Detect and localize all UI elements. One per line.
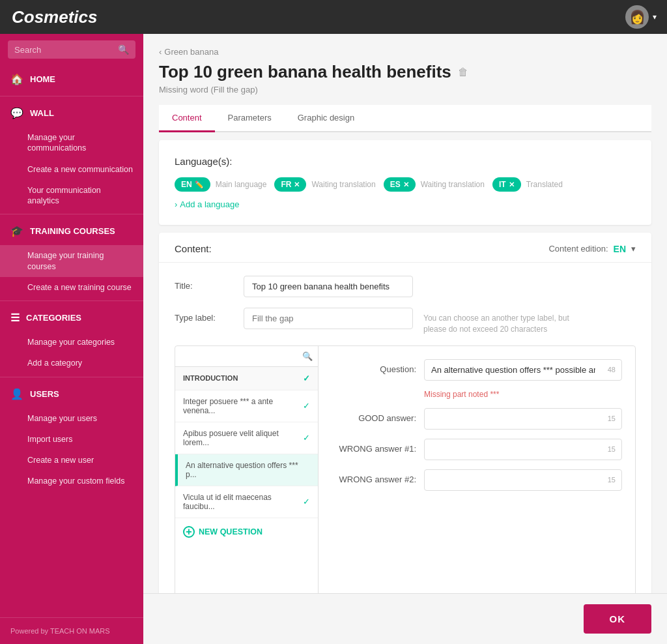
search-icon: 🔍 [118, 44, 129, 55]
question-input-wrap: 48 [424, 359, 622, 381]
delete-icon[interactable]: 🗑 [458, 66, 468, 78]
language-group-fr: FR ✕ Waiting translation [274, 177, 375, 192]
content-area: ‹ Green banana Top 10 green banana healt… [143, 34, 667, 593]
type-label-hint: You can choose an another type label, bu… [423, 308, 580, 335]
sidebar-section-categories: ☰ CATEGORIES Manage your categories Add … [0, 304, 143, 374]
language-badge-it[interactable]: IT ✕ [492, 177, 521, 192]
sidebar-item-categories[interactable]: ☰ CATEGORIES [0, 304, 143, 332]
sidebar-item-manage-comms[interactable]: Manage your communications [0, 127, 143, 159]
wrong-answer-1-count: 15 [608, 445, 616, 453]
new-question-button[interactable]: + NEW QUESTION [175, 518, 318, 546]
search-input[interactable] [14, 45, 118, 55]
question-search-input[interactable] [180, 351, 302, 360]
users-icon: 👤 [10, 388, 23, 400]
page-subtitle: Missing word (Fill the gap) [159, 85, 651, 95]
sidebar-item-comm-analytics[interactable]: Your communication analytics [0, 180, 143, 212]
lang-status-it: Translated [526, 180, 563, 189]
sidebar-item-import-users[interactable]: Import users [0, 429, 143, 450]
list-item-q3[interactable]: An alternative question offers *** p... [175, 454, 318, 486]
sidebar-item-manage-users[interactable]: Manage your users [0, 408, 143, 429]
type-label-form-row: Type label: You can choose an another ty… [175, 308, 636, 335]
sidebar-item-create-user[interactable]: Create a new user [0, 450, 143, 471]
good-answer-input-wrap: 15 [424, 408, 622, 430]
sidebar-item-create-comm[interactable]: Create a new communication [0, 159, 143, 180]
good-answer-input[interactable] [424, 408, 622, 430]
type-label-input[interactable] [244, 308, 413, 329]
sidebar-item-training[interactable]: 🎓 TRAINING COURSES [0, 217, 143, 245]
main-content: 👩 ▾ ‹ Green banana Top 10 green banana h… [143, 0, 667, 644]
title-form-row: Title: [175, 276, 636, 297]
lang-status-en: Main language [216, 180, 267, 189]
question-hint: Missing part noted *** [424, 390, 499, 399]
categories-icon: ☰ [10, 312, 20, 324]
sidebar-item-add-category[interactable]: Add a category [0, 353, 143, 373]
sidebar-wall-label: WALL [30, 108, 54, 118]
topbar-chevron-icon[interactable]: ▾ [653, 12, 657, 22]
new-question-label: NEW QUESTION [199, 527, 263, 536]
question-detail: Question: 48 Missing part noted *** [319, 346, 635, 593]
close-lang-it-icon[interactable]: ✕ [509, 181, 515, 189]
content-body: Title: Type label: You can choose an ano… [159, 263, 651, 593]
content-section-card: Content: Content edition: EN ▾ Title: Ty… [159, 233, 651, 593]
close-lang-es-icon[interactable]: ✕ [403, 181, 409, 189]
bottom-bar: OK [143, 593, 667, 644]
wrong-answer-1-input[interactable] [424, 439, 622, 460]
lang-status-fr: Waiting translation [311, 180, 375, 189]
wall-icon: 💬 [10, 107, 23, 119]
type-label-label: Type label: [175, 308, 233, 323]
wrong-answer-2-input[interactable] [424, 469, 622, 491]
sidebar-item-manage-categories[interactable]: Manage your categories [0, 332, 143, 353]
wrong-answer-2-label: WRONG answer #2: [332, 469, 416, 484]
breadcrumb-arrow-icon: ‹ [159, 47, 162, 57]
sidebar-footer: Powered by TEACH ON MARS [0, 617, 143, 644]
language-badge-fr[interactable]: FR ✕ [274, 177, 306, 192]
sidebar: Cosmetics 🔍 🏠 HOME 💬 WALL Manage your co… [0, 0, 143, 644]
check-q2-icon: ✓ [303, 433, 310, 443]
breadcrumb: ‹ Green banana [159, 47, 651, 57]
wrong-answer-1-label: WRONG answer #1: [332, 439, 416, 454]
page-title-row: Top 10 green banana health benefits 🗑 [159, 62, 651, 82]
sidebar-item-create-training[interactable]: Create a new training course [0, 277, 143, 298]
tabs: Content Parameters Graphic design [159, 105, 651, 132]
list-item-introduction[interactable]: INTRODUCTION ✓ [175, 367, 318, 390]
sidebar-training-label: TRAINING COURSES [30, 226, 115, 236]
question-input[interactable] [424, 359, 622, 381]
language-badge-en[interactable]: EN ✏️ [175, 177, 210, 192]
wrong-answer-2-count: 15 [608, 476, 616, 484]
sidebar-item-custom-fields[interactable]: Manage your custom fields [0, 471, 143, 491]
add-language-button[interactable]: › Add a language [175, 199, 636, 209]
sidebar-home-label: HOME [30, 74, 55, 84]
breadcrumb-parent[interactable]: Green banana [164, 47, 218, 57]
sidebar-users-label: USERS [30, 389, 59, 399]
language-badges-container: EN ✏️ Main language FR ✕ Waiting transla… [175, 177, 636, 192]
sidebar-item-users[interactable]: 👤 USERS [0, 380, 143, 408]
good-answer-count: 15 [608, 415, 616, 422]
qa-section: 🔍 INTRODUCTION ✓ Integer posuere *** a a… [175, 345, 636, 593]
close-lang-fr-icon[interactable]: ✕ [294, 181, 300, 189]
ok-button[interactable]: OK [584, 604, 652, 634]
content-edition-selector[interactable]: Content edition: EN ▾ [548, 244, 636, 254]
sidebar-item-manage-training[interactable]: Manage your training courses [0, 245, 143, 277]
list-item-q2[interactable]: Apibus posuere velit aliquet lorem... ✓ [175, 422, 318, 454]
check-intro-icon: ✓ [303, 373, 310, 383]
avatar[interactable]: 👩 [625, 5, 649, 29]
question-char-count: 48 [608, 366, 616, 373]
new-question-plus-icon: + [183, 526, 195, 538]
good-answer-label: GOOD answer: [332, 408, 416, 423]
tab-parameters[interactable]: Parameters [215, 105, 285, 132]
edit-lang-en-icon[interactable]: ✏️ [195, 181, 204, 189]
tab-graphic-design[interactable]: Graphic design [285, 105, 367, 132]
check-q1-icon: ✓ [303, 401, 310, 411]
content-edition-label: Content edition: [548, 244, 608, 254]
tab-content[interactable]: Content [159, 105, 215, 132]
wrong-answer-1-row: WRONG answer #1: 15 [332, 439, 622, 460]
list-item-q1[interactable]: Integer posuere *** a ante venena... ✓ [175, 390, 318, 422]
language-badge-es[interactable]: ES ✕ [384, 177, 416, 192]
sidebar-item-home[interactable]: 🏠 HOME [0, 65, 143, 93]
title-input[interactable] [244, 276, 413, 297]
wrong-answer-2-row: WRONG answer #2: 15 [332, 469, 622, 491]
question-hint-row: Missing part noted *** [332, 390, 622, 399]
sidebar-item-wall[interactable]: 💬 WALL [0, 99, 143, 127]
wrong-answer-2-input-wrap: 15 [424, 469, 622, 491]
list-item-q4[interactable]: Vicula ut id elit maecenas faucibu... ✓ [175, 486, 318, 518]
